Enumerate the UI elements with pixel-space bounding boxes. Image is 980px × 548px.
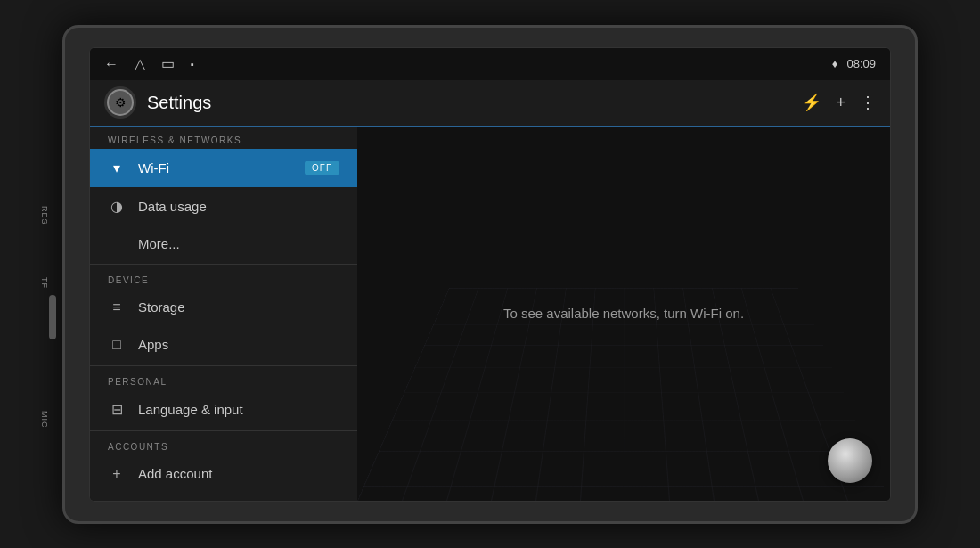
- sidebar-item-storage[interactable]: ≡ Storage: [90, 289, 357, 326]
- divider-3: [90, 430, 357, 431]
- status-bar: ← △ ▭ ▪ ♦ 08:09: [90, 48, 890, 80]
- sidebar-item-wifi[interactable]: ▾ Wi-Fi OFF: [90, 149, 357, 187]
- wifi-label: Wi-Fi: [138, 160, 169, 176]
- sidebar-item-add-account[interactable]: + Add account: [90, 455, 357, 493]
- more-action-button[interactable]: ⋮: [860, 93, 876, 112]
- divider-1: [90, 264, 357, 265]
- header-actions: ⚡ + ⋮: [802, 93, 876, 112]
- apps-icon: □: [108, 337, 126, 353]
- storage-label: Storage: [138, 299, 185, 315]
- app-title: Settings: [147, 93, 802, 113]
- section-wireless: WIRELESS & NETWORKS: [90, 127, 357, 149]
- tf-label: TF: [40, 277, 49, 289]
- storage-icon: ≡: [108, 299, 126, 315]
- right-panel: To see available networks, turn Wi-Fi on…: [357, 127, 890, 501]
- flash-action-button[interactable]: ⚡: [802, 93, 821, 112]
- language-label: Language & input: [138, 402, 243, 417]
- app-header: ⚙ Settings ⚡ + ⋮: [90, 80, 890, 127]
- section-accounts: ACCOUNTS: [90, 433, 357, 455]
- language-icon: ⊟: [108, 401, 126, 418]
- clock: 08:09: [846, 57, 876, 70]
- volume-slider[interactable]: [49, 295, 56, 339]
- add-action-button[interactable]: +: [836, 94, 845, 112]
- add-account-label: Add account: [138, 466, 212, 481]
- wifi-icon: ▾: [108, 159, 126, 176]
- status-right: ♦ 08:09: [832, 57, 876, 70]
- sidebar-item-apps[interactable]: □ Apps: [90, 326, 357, 364]
- sidebar: WIRELESS & NETWORKS ▾ Wi-Fi OFF ◑ Data u…: [90, 127, 357, 501]
- recents-button[interactable]: ▭: [161, 55, 175, 72]
- wifi-message: To see available networks, turn Wi-Fi on…: [503, 306, 744, 321]
- device-frame: RES TF MIC ← △ ▭ ▪ ♦ 08:09 ⚙ Settings ⚡: [62, 25, 918, 524]
- sidebar-item-data-usage[interactable]: ◑ Data usage: [90, 187, 357, 225]
- main-content: WIRELESS & NETWORKS ▾ Wi-Fi OFF ◑ Data u…: [90, 127, 890, 501]
- section-device: DEVICE: [90, 266, 357, 289]
- data-usage-label: Data usage: [138, 199, 207, 214]
- back-button[interactable]: ←: [104, 56, 118, 72]
- data-usage-icon: ◑: [108, 198, 126, 215]
- divider-2: [90, 365, 357, 366]
- menu-button[interactable]: ▪: [191, 59, 194, 70]
- add-account-icon: +: [108, 466, 126, 482]
- sidebar-item-language[interactable]: ⊟ Language & input: [90, 390, 357, 429]
- screen: ← △ ▭ ▪ ♦ 08:09 ⚙ Settings ⚡ + ⋮: [89, 47, 891, 502]
- wifi-toggle[interactable]: OFF: [305, 161, 339, 175]
- app-icon: ⚙: [104, 86, 136, 119]
- location-icon: ♦: [832, 57, 838, 70]
- section-personal: PERSONAL: [90, 368, 357, 390]
- home-button[interactable]: △: [135, 55, 145, 72]
- apps-label: Apps: [138, 337, 168, 352]
- volume-knob[interactable]: [828, 438, 872, 483]
- nav-buttons: ← △ ▭ ▪: [104, 55, 194, 72]
- app-icon-inner: ⚙: [107, 89, 134, 116]
- mic-label: MIC: [40, 411, 49, 429]
- sidebar-item-more[interactable]: More...: [90, 225, 357, 262]
- res-label: RES: [40, 206, 49, 225]
- more-label: More...: [138, 236, 180, 251]
